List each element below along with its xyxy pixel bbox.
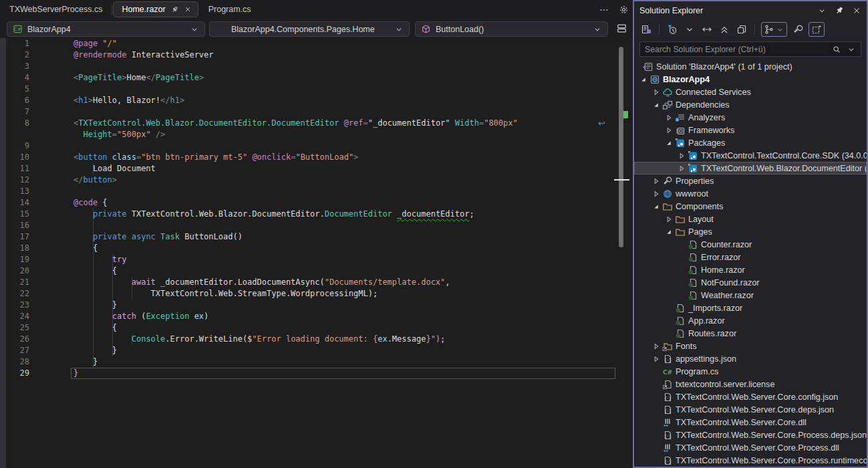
expander-open-icon[interactable] xyxy=(638,75,649,84)
tree-item-weather-razor[interactable]: @Weather.razor xyxy=(634,289,867,302)
code-editor[interactable]: 1@page "/"2@rendermode InteractiveServer… xyxy=(0,38,633,468)
expander-closed-icon[interactable] xyxy=(664,126,674,135)
code-line-13[interactable]: 13 xyxy=(0,186,633,197)
code-line-12[interactable]: 12</button> xyxy=(0,174,633,186)
tab-program-cs[interactable]: Program.cs xyxy=(199,0,261,19)
tree-item-properties[interactable]: Properties xyxy=(634,174,867,187)
tree-item-frameworks[interactable]: Frameworks xyxy=(634,124,867,136)
show-all-files-button[interactable] xyxy=(809,22,825,37)
sync-with-active-document-button[interactable] xyxy=(700,22,714,37)
expander-closed-icon[interactable] xyxy=(651,177,662,186)
tree-item-txtextcontrol-web-server-core-process-de[interactable]: {·}TXTextControl.Web.Server.Core.Process… xyxy=(634,429,867,441)
expander-closed-icon[interactable] xyxy=(651,354,662,364)
tree-item-fonts[interactable]: Fonts xyxy=(634,340,867,352)
preview-selected-items-button[interactable] xyxy=(735,22,748,37)
collapse-all-button[interactable] xyxy=(718,22,731,37)
search-icon[interactable] xyxy=(832,45,841,54)
expander-closed-icon[interactable] xyxy=(651,342,662,351)
tree-item-txtextcontrol-web-server-core-dll[interactable]: TXTextControl.Web.Server.Core.dll xyxy=(634,416,867,429)
solution-explorer-titlebar[interactable]: Solution Explorer xyxy=(634,1,867,19)
code-line-1[interactable]: 1@page "/" xyxy=(0,38,633,49)
code-line-15[interactable]: 15 private TXTextControl.Web.Blazor.Docu… xyxy=(0,209,633,220)
code-line-19[interactable]: 19 try xyxy=(0,254,633,265)
code-line-23[interactable]: 23 } xyxy=(0,300,633,311)
tree-item-txtextcontrol-web-server-core-deps-json[interactable]: {·}TXTextControl.Web.Server.Core.deps.js… xyxy=(634,403,867,416)
switch-views-button[interactable] xyxy=(639,22,653,37)
code-line-27[interactable]: 27 } xyxy=(0,345,633,356)
code-line-10[interactable]: 10<button class="btn btn-primary mt-5" @… xyxy=(0,152,633,163)
expander-closed-icon[interactable] xyxy=(651,88,662,97)
editor-vertical-scrollbar[interactable] xyxy=(619,47,623,247)
code-line-2[interactable]: 2@rendermode InteractiveServer xyxy=(0,49,633,61)
code-line-22[interactable]: 22 TXTextControl.Web.StreamType.Wordproc… xyxy=(0,288,633,300)
wrench-button[interactable] xyxy=(791,22,805,37)
tree-item-notfound-razor[interactable]: @NotFound.razor xyxy=(634,276,867,289)
split-editor-icon[interactable] xyxy=(616,23,627,34)
code-line-11[interactable]: 11 Load Document xyxy=(0,163,633,174)
tree-item-layout[interactable]: Layout xyxy=(634,213,867,225)
tree-item-counter-razor[interactable]: @Counter.razor xyxy=(634,238,867,251)
code-line-14[interactable]: 14@code { xyxy=(0,197,633,209)
tree-item-program-cs[interactable]: C#Program.cs xyxy=(634,365,867,378)
search-input[interactable]: Search Solution Explorer (Ctrl+ü) xyxy=(639,41,861,57)
tree-item-txtextcontrol-web-server-core-config-jso[interactable]: {·}TXTextControl.Web.Server.Core.config.… xyxy=(634,390,867,403)
tab-overflow-icon[interactable]: ⋯ xyxy=(599,4,609,15)
namespace-dropdown[interactable]: BlazorApp4.Components.Pages.Home xyxy=(209,21,410,37)
tab-txwebserverprocess-cs[interactable]: TXWebServerProcess.cs xyxy=(0,0,112,19)
tree-item-routes-razor[interactable]: @Routes.razor xyxy=(634,327,867,340)
code-line-25[interactable]: 25 { xyxy=(0,322,633,334)
tree-item-error-razor[interactable]: @Error.razor xyxy=(634,251,867,263)
code-line-6[interactable]: 6<h1>Hello, Blazor!</h1> xyxy=(0,95,633,106)
expander-open-icon[interactable] xyxy=(664,227,674,237)
tree-item-txtextcontrol-web-server-core-process-ru[interactable]: {·}TXTextControl.Web.Server.Core.Process… xyxy=(634,454,867,467)
code-line-24[interactable]: 24 catch (Exception ex) xyxy=(0,311,633,322)
tree-item-home-razor[interactable]: @Home.razor xyxy=(634,263,867,276)
gear-icon[interactable] xyxy=(619,5,629,15)
tree-item-txtextcontrol-server-license[interactable]: txtextcontrol.server.license xyxy=(634,378,867,390)
tree-item-dependencies[interactable]: Dependencies xyxy=(634,98,867,111)
chevron-down-icon[interactable] xyxy=(847,45,856,54)
chevron-down-icon[interactable] xyxy=(817,6,827,15)
code-line-9[interactable]: 9 xyxy=(0,140,633,152)
code-line-wrap[interactable]: Height="500px" /> xyxy=(0,129,633,140)
pending-changes-filter-button[interactable] xyxy=(666,22,679,37)
tree-item-txtextcontrol-textcontrol-core-sdk-34-0-[interactable]: TXTextControl.TextControl.Core.SDK (34.0… xyxy=(634,149,867,162)
tree-item-packages[interactable]: Packages xyxy=(634,136,867,149)
code-line-8[interactable]: 8<TXTextControl.Web.Blazor.DocumentEdito… xyxy=(0,118,633,129)
pin-icon[interactable] xyxy=(170,5,179,14)
member-dropdown[interactable]: ButtonLoad() xyxy=(415,21,608,37)
expander-open-icon[interactable] xyxy=(664,138,674,148)
close-icon[interactable] xyxy=(852,6,861,15)
tree-item-wwwroot[interactable]: wwwroot xyxy=(634,187,867,200)
code-line-26[interactable]: 26 Console.Error.WriteLine($"Error loadi… xyxy=(0,334,633,345)
code-line-5[interactable]: 5 xyxy=(0,84,633,95)
expander-open-icon[interactable] xyxy=(651,100,662,110)
code-line-17[interactable]: 17 private async Task ButtonLoad() xyxy=(0,231,633,243)
code-line-18[interactable]: 18 { xyxy=(0,243,633,254)
tree-item-txtextcontrol-web-server-core-process-dl[interactable]: TXTextControl.Web.Server.Core.Process.dl… xyxy=(634,441,867,454)
code-line-7[interactable]: 7 xyxy=(0,106,633,118)
tab-home-razor[interactable]: Home.razor xyxy=(113,1,198,17)
file-nesting-button[interactable] xyxy=(761,22,787,37)
chevron-down-button[interactable] xyxy=(683,22,696,37)
code-line-4[interactable]: 4<PageTitle>Home</PageTitle> xyxy=(0,72,633,84)
code-line-3[interactable]: 3 xyxy=(0,61,633,72)
tree-item-connected-services[interactable]: Connected Services xyxy=(634,86,867,98)
tree-item--imports-razor[interactable]: @_Imports.razor xyxy=(634,302,867,314)
code-line-29[interactable]: 29} xyxy=(0,368,633,379)
expander-closed-icon[interactable] xyxy=(664,215,674,224)
code-line-28[interactable]: 28 } xyxy=(0,356,633,368)
expander-open-icon[interactable] xyxy=(651,202,662,211)
pin-icon[interactable] xyxy=(835,6,844,15)
tree-item-analyzers[interactable]: iAnalyzers xyxy=(634,111,867,124)
project-dropdown[interactable]: C# BlazorApp4 xyxy=(7,21,205,37)
close-icon[interactable] xyxy=(184,5,192,13)
tree-item-txtextcontrol-web-blazor-documenteditor-[interactable]: TXTextControl.Web.Blazor.DocumentEditor … xyxy=(634,162,867,174)
tree-item-components[interactable]: Components xyxy=(634,200,867,213)
code-line-16[interactable]: 16 xyxy=(0,220,633,231)
expander-closed-icon[interactable] xyxy=(651,189,662,199)
tree-item-app-razor[interactable]: @App.razor xyxy=(634,314,867,327)
code-line-20[interactable]: 20 { xyxy=(0,265,633,277)
expander-closed-icon[interactable] xyxy=(676,151,687,160)
tree-item-appsettings-json[interactable]: {·}appsettings.json xyxy=(634,352,867,365)
